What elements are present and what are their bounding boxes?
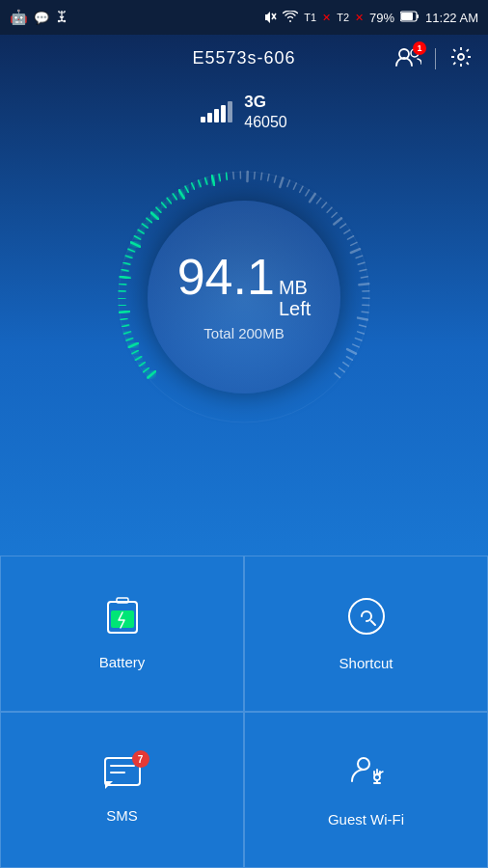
mute-icon (263, 10, 277, 26)
svg-line-17 (126, 338, 133, 339)
sim1-icon: T1 (304, 12, 316, 23)
signal-text: 3G 46050 (244, 92, 287, 133)
svg-line-15 (132, 350, 138, 353)
svg-line-66 (334, 218, 341, 224)
sms-badge: 7 (132, 750, 149, 768)
svg-line-38 (161, 203, 166, 207)
svg-line-37 (156, 207, 161, 212)
svg-line-36 (151, 212, 158, 219)
sms-tile-label: SMS (106, 807, 138, 824)
svg-line-62 (316, 198, 320, 203)
gauge-number: 94.1 (177, 252, 275, 302)
bar4 (221, 105, 226, 122)
guest-wifi-tile-icon (346, 752, 387, 801)
battery-percent: 79% (369, 11, 394, 25)
svg-line-45 (205, 177, 207, 184)
tiles-section: Battery Shortcut (0, 556, 488, 868)
svg-line-65 (332, 212, 337, 217)
status-bar: 🤖 💬 (0, 0, 488, 35)
gauge-inner: 94.1 MB Left Total 200MB (148, 201, 340, 393)
gauge-unit: MB (279, 277, 308, 298)
svg-line-31 (131, 242, 140, 246)
svg-line-25 (120, 284, 126, 285)
svg-line-87 (346, 357, 352, 361)
svg-line-43 (192, 183, 195, 189)
header-divider (435, 48, 436, 69)
android-icon: 🤖 (10, 9, 28, 26)
svg-line-80 (362, 312, 368, 312)
svg-line-76 (359, 284, 368, 285)
main-area: E5573s-606 1 (0, 35, 488, 556)
shortcut-tile[interactable]: Shortcut (244, 556, 488, 712)
svg-line-71 (351, 249, 360, 253)
svg-line-74 (360, 269, 366, 271)
svg-line-30 (128, 249, 134, 252)
svg-line-75 (361, 277, 367, 278)
svg-line-61 (310, 194, 315, 202)
svg-line-69 (347, 236, 353, 239)
shortcut-tile-label: Shortcut (339, 655, 393, 671)
settings-button[interactable] (449, 45, 473, 72)
svg-line-82 (360, 325, 366, 327)
svg-line-84 (355, 338, 362, 339)
svg-line-47 (219, 175, 220, 181)
svg-line-26 (121, 277, 130, 279)
sms-tile[interactable]: 7 SMS (0, 712, 244, 868)
signal-number: 46050 (244, 113, 287, 133)
signal-bars (201, 101, 232, 122)
svg-line-54 (268, 175, 269, 181)
svg-line-55 (274, 176, 276, 182)
battery-tile[interactable]: Battery (0, 556, 244, 712)
sim2-x2-icon: ✕ (355, 12, 364, 24)
wifi-icon (283, 11, 298, 25)
svg-line-70 (351, 242, 357, 245)
svg-line-27 (122, 269, 128, 271)
svg-line-11 (148, 371, 155, 377)
svg-point-9 (458, 54, 464, 60)
users-button[interactable]: 1 (394, 46, 421, 71)
svg-point-1 (64, 19, 66, 21)
svg-line-35 (147, 218, 151, 222)
svg-line-41 (179, 190, 184, 199)
bar1 (201, 117, 205, 122)
status-bar-right: T1 ✕ T2 ✕ 79% 11:22 AM (263, 10, 478, 26)
svg-line-86 (347, 349, 356, 354)
svg-line-63 (322, 203, 327, 207)
svg-line-67 (340, 224, 346, 228)
svg-line-46 (212, 176, 215, 185)
gauge-value: 94.1 MB Left (177, 252, 312, 319)
svg-line-56 (280, 177, 283, 187)
svg-line-20 (121, 318, 127, 319)
svg-line-68 (344, 230, 350, 233)
svg-line-49 (233, 172, 234, 178)
svg-point-94 (349, 599, 384, 634)
svg-point-0 (58, 19, 60, 21)
svg-line-39 (167, 198, 171, 203)
sim2-x-icon: ✕ (322, 12, 331, 24)
svg-line-14 (136, 357, 142, 361)
network-type: 3G (244, 92, 287, 113)
device-name: E5573s-606 (192, 48, 295, 68)
battery-tile-label: Battery (99, 654, 146, 670)
battery-tile-icon (105, 597, 140, 644)
svg-line-32 (134, 236, 140, 239)
svg-line-48 (226, 173, 227, 179)
svg-line-85 (353, 344, 359, 347)
usb-icon (55, 10, 68, 26)
svg-line-73 (358, 262, 365, 264)
header: E5573s-606 1 (0, 35, 488, 82)
svg-line-81 (358, 318, 367, 320)
svg-line-72 (356, 256, 363, 258)
svg-line-13 (139, 363, 145, 366)
svg-line-88 (343, 363, 349, 366)
svg-line-34 (142, 224, 148, 228)
svg-line-44 (199, 180, 202, 187)
svg-line-19 (122, 325, 129, 327)
svg-point-97 (358, 758, 369, 770)
guest-wifi-tile[interactable]: Guest Wi-Fi (244, 712, 488, 868)
sms-tile-icon: 7 (103, 756, 142, 798)
header-icons: 1 (394, 45, 473, 72)
svg-line-53 (261, 173, 262, 179)
svg-line-57 (287, 180, 290, 187)
svg-line-12 (144, 367, 149, 371)
